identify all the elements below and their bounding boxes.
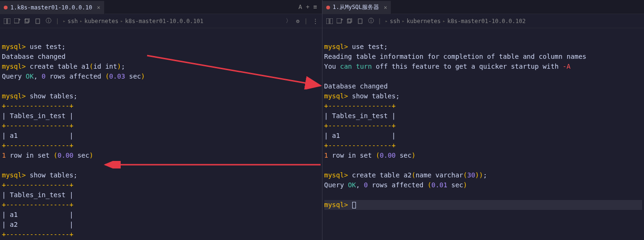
chevron-right-icon: ▸ [443,18,446,24]
svg-rect-4 [25,18,29,22]
toolbar-right: 〉 ⚙ | ⋮ [286,17,318,25]
chevron-right-icon: ▸ [385,18,388,24]
tab-label: 1.k8s-master01-10.0.0.10 [10,4,92,11]
clipboard-icon[interactable] [357,18,364,24]
breadcrumb: ▸ ssh ▸ kubernetes ▸ k8s-master01-10.0.0… [385,18,526,24]
add-panel-icon[interactable]: + [337,18,343,24]
tab-right[interactable]: 1.从MySQL服务器 × [322,1,392,14]
crumb-host[interactable]: k8s-master01-10.0.0.102 [447,18,526,24]
svg-rect-6 [36,19,40,24]
chevron-right-icon: ▸ [63,18,66,24]
copy-icon[interactable] [25,18,31,24]
chevron-right-icon: ▸ [402,18,405,24]
svg-rect-0 [4,18,7,24]
right-terminal-pane: 1.从MySQL服务器 × + ⓘ | ▸ ssh ▸ kubernetes ▸… [322,0,644,240]
tab-label: 1.从MySQL服务器 [333,3,380,11]
zoom-a-icon[interactable]: A [298,3,302,10]
breadcrumb: ▸ ssh ▸ kubernetes ▸ k8s-master01-10.0.0… [63,18,203,24]
tab-dot-icon [326,6,330,9]
toolbar-left: + ⓘ | ▸ ssh ▸ kubernetes ▸ k8s-master01-… [0,14,322,28]
cursor-icon [352,202,356,208]
gear-icon[interactable]: ⚙ [296,18,299,24]
tab-bar-right: 1.从MySQL服务器 × [322,0,644,14]
mysql-prompt: mysql> [2,43,26,50]
close-icon[interactable]: × [97,4,100,11]
terminal-left[interactable]: mysql> use test; Database changed mysql>… [0,28,322,240]
crumb-ssh[interactable]: ssh [67,18,78,24]
svg-text:+: + [341,18,343,22]
crumb-ssh[interactable]: ssh [390,18,400,24]
plus-icon[interactable]: + [306,3,310,10]
tab-bar-actions: A + ≡ [298,3,322,10]
svg-rect-13 [358,19,362,24]
tab-dot-icon [4,6,8,9]
svg-rect-5 [25,19,28,23]
svg-rect-1 [8,18,10,24]
menu-icon[interactable]: ≡ [314,3,317,10]
close-icon[interactable]: × [384,4,387,11]
split-layout-icon[interactable] [4,18,10,24]
svg-text:+: + [18,18,21,22]
crumb-kubernetes[interactable]: kubernetes [84,18,118,24]
add-panel-icon[interactable]: + [14,18,21,24]
svg-rect-11 [348,18,352,22]
terminal-right[interactable]: mysql> use test; Reading table informati… [322,28,644,240]
left-terminal-pane: 1.k8s-master01-10.0.0.10 × A + ≡ + ⓘ | ▸… [0,0,322,240]
more-icon[interactable]: ⋮ [313,18,318,24]
clipboard-icon[interactable] [35,18,41,24]
svg-rect-8 [330,18,333,24]
svg-rect-12 [347,19,351,23]
tab-left[interactable]: 1.k8s-master01-10.0.0.10 × [0,1,105,14]
info-icon[interactable]: ⓘ [45,18,52,24]
crumb-kubernetes[interactable]: kubernetes [406,18,440,24]
copy-icon[interactable] [347,18,354,24]
toolbar-right-pane: + ⓘ | ▸ ssh ▸ kubernetes ▸ k8s-master01-… [322,14,644,28]
chevron-right-arrow-icon[interactable]: 〉 [286,17,291,25]
info-icon[interactable]: ⓘ [368,18,374,24]
chevron-right-icon: ▸ [120,18,123,24]
chevron-right-icon: ▸ [80,18,83,24]
split-layout-icon[interactable] [326,18,333,24]
crumb-host[interactable]: k8s-master01-10.0.0.101 [125,18,203,24]
tab-bar-left: 1.k8s-master01-10.0.0.10 × A + ≡ [0,0,322,14]
svg-rect-7 [326,18,329,24]
